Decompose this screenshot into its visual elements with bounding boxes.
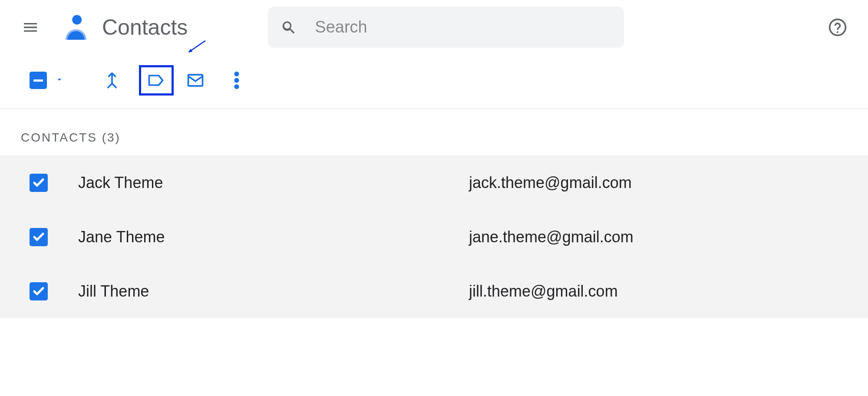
search-bar[interactable] <box>268 7 624 48</box>
contacts-section-header: CONTACTS (3) <box>0 109 868 155</box>
contact-checkbox[interactable] <box>30 174 48 192</box>
check-icon <box>32 231 45 244</box>
check-icon <box>32 285 45 298</box>
search-icon <box>281 19 297 36</box>
svg-point-7 <box>234 84 239 89</box>
send-email-button[interactable] <box>182 67 208 93</box>
mail-icon <box>186 71 205 90</box>
svg-line-2 <box>190 41 205 51</box>
contact-row[interactable]: Jill Theme jill.theme@gmail.com <box>0 264 868 318</box>
contact-email: jack.theme@gmail.com <box>469 174 632 192</box>
contact-row[interactable]: Jack Theme jack.theme@gmail.com <box>0 155 868 210</box>
check-icon <box>32 176 45 189</box>
more-actions-button[interactable] <box>224 67 250 93</box>
manage-labels-button[interactable] <box>139 65 174 96</box>
contact-email: jane.theme@gmail.com <box>469 228 634 246</box>
contact-name: Jack Theme <box>78 174 469 192</box>
svg-point-6 <box>234 78 239 83</box>
app-header: Contacts <box>0 0 868 52</box>
selection-dropdown[interactable] <box>30 72 64 89</box>
contacts-logo-icon <box>61 12 91 43</box>
merge-button[interactable] <box>99 67 125 93</box>
annotation-arrow-icon <box>187 37 206 56</box>
selection-toolbar <box>0 52 868 109</box>
more-vert-icon <box>234 71 239 90</box>
label-icon <box>147 71 166 90</box>
app-logo: Contacts <box>61 12 188 43</box>
app-title: Contacts <box>102 15 188 40</box>
svg-point-0 <box>72 15 82 24</box>
contact-name: Jill Theme <box>78 282 469 300</box>
hamburger-icon <box>22 19 39 36</box>
search-input[interactable] <box>314 17 611 37</box>
chevron-down-icon <box>55 75 64 86</box>
contact-name: Jane Theme <box>78 228 469 246</box>
svg-point-5 <box>234 72 239 76</box>
merge-icon <box>102 71 122 90</box>
contact-checkbox[interactable] <box>30 282 48 300</box>
contact-row[interactable]: Jane Theme jane.theme@gmail.com <box>0 210 868 264</box>
contact-email: jill.theme@gmail.com <box>469 282 618 300</box>
main-menu-button[interactable] <box>17 14 43 40</box>
contact-checkbox[interactable] <box>30 228 48 246</box>
contacts-list: Jack Theme jack.theme@gmail.com Jane The… <box>0 155 868 318</box>
help-button[interactable] <box>825 14 851 40</box>
selection-indeterminate-icon <box>30 72 47 89</box>
help-icon <box>828 18 847 37</box>
